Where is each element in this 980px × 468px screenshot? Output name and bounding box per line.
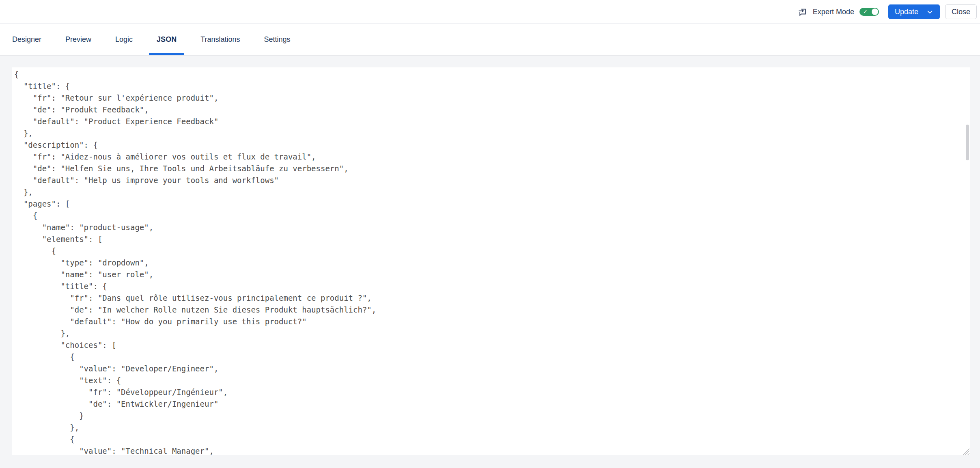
- feedback-bubble-icon: [798, 7, 807, 16]
- feedback-button[interactable]: [797, 6, 808, 17]
- tab-logic[interactable]: Logic: [108, 24, 140, 55]
- close-button-label: Close: [952, 8, 970, 16]
- tab-json[interactable]: JSON: [149, 24, 184, 55]
- close-button[interactable]: Close: [945, 4, 977, 19]
- json-tab-panel: { "title": { "fr": "Retour sur l'expérie…: [0, 56, 980, 468]
- toggle-knob: [872, 9, 878, 15]
- tab-designer-label: Designer: [12, 35, 41, 44]
- update-button-label: Update: [895, 8, 918, 16]
- top-bar: Expert Mode ✓ Update Close: [0, 0, 980, 24]
- tab-settings-label: Settings: [264, 35, 291, 44]
- top-bar-actions: Expert Mode ✓ Update Close: [797, 4, 977, 19]
- tab-preview-label: Preview: [65, 35, 91, 44]
- tab-preview[interactable]: Preview: [58, 24, 99, 55]
- survey-json-editor[interactable]: { "title": { "fr": "Retour sur l'expérie…: [12, 67, 970, 455]
- tab-settings[interactable]: Settings: [256, 24, 298, 55]
- tab-designer[interactable]: Designer: [4, 24, 49, 55]
- tab-translations-label: Translations: [200, 35, 240, 44]
- creator-tab-bar: Designer Preview Logic JSON Translations…: [0, 24, 980, 56]
- tab-json-label: JSON: [157, 35, 177, 44]
- toggle-check-icon: ✓: [863, 9, 868, 15]
- active-tab-indicator: [149, 53, 184, 55]
- chevron-down-icon: [926, 9, 933, 15]
- editor-scrollbar-thumb[interactable]: [966, 125, 969, 160]
- expert-mode-label: Expert Mode: [813, 8, 854, 16]
- survey-creator-window: Expert Mode ✓ Update Close Designer: [0, 0, 980, 468]
- tab-logic-label: Logic: [115, 35, 133, 44]
- expert-mode-toggle[interactable]: ✓: [859, 8, 879, 16]
- update-button[interactable]: Update: [888, 4, 940, 19]
- tab-translations[interactable]: Translations: [193, 24, 248, 55]
